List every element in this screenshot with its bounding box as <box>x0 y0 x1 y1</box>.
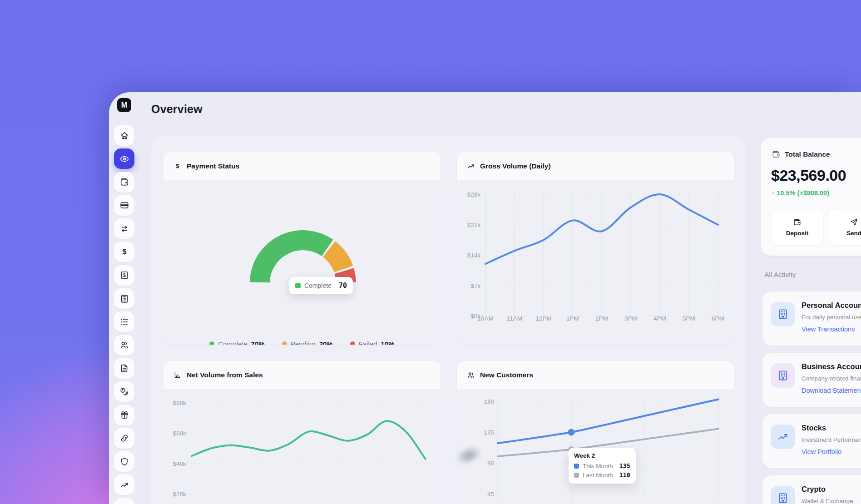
payment-status-card: $ Payment Status Complete 70 Complete 70… <box>163 152 440 345</box>
tooltip-series-value: 135 <box>619 462 630 469</box>
week-tooltip-row: This Month 135 <box>574 462 630 469</box>
app-logo-letter: M <box>121 101 127 109</box>
activity-card-business-account: Business AccountCompany-related finances… <box>762 353 861 407</box>
trending-up-icon <box>467 162 475 170</box>
activity-title: Business Account <box>802 362 861 371</box>
legend-dot <box>350 341 355 345</box>
y-axis-tick: $7k <box>457 282 480 289</box>
week-tooltip-row: Last Month 110 <box>574 471 630 479</box>
building-icon <box>771 363 795 388</box>
legend-dot <box>282 341 287 345</box>
x-axis-tick: 2PM <box>587 315 617 322</box>
card-title: Payment Status <box>187 162 239 170</box>
sidebar-item-gift[interactable] <box>114 405 134 425</box>
activity-link[interactable]: Download Statement <box>802 387 861 394</box>
card-title: Gross Volume (Daily) <box>480 162 551 170</box>
net-volume-chart[interactable]: $80k$60k$40k$20k <box>163 389 440 504</box>
y-axis-tick: $28k <box>457 191 480 198</box>
legend-value: 20% <box>319 340 333 345</box>
svg-text:$: $ <box>122 247 126 256</box>
sidebar-item-home[interactable] <box>114 125 134 146</box>
right-panel: Total Balance $23,569.00 ↑ 10.5% (+$908.… <box>761 0 861 504</box>
sidebar-item-document[interactable] <box>114 358 134 379</box>
new-customers-card: New Customers Week 2 This Month 135 Last… <box>457 361 734 504</box>
balance-amount: $23,569.00 <box>771 167 846 184</box>
sidebar-item-coins[interactable] <box>114 381 134 402</box>
sidebar-item-credit-card[interactable] <box>114 195 134 216</box>
coins-icon <box>119 387 129 397</box>
activity-title: Personal Account <box>802 301 861 310</box>
send-button[interactable]: Send <box>828 209 861 245</box>
card-title: New Customers <box>480 371 533 379</box>
send-button-label: Send <box>846 230 861 237</box>
transfer-icon <box>119 224 129 234</box>
legend-label: Complete <box>218 340 247 345</box>
sidebar-item-link[interactable] <box>114 428 134 449</box>
sidebar-item-eye[interactable] <box>114 148 134 169</box>
activity-title: Crypto <box>802 485 826 494</box>
gift-icon <box>119 410 129 420</box>
tooltip-series-value: 110 <box>619 471 630 479</box>
new-customers-chart[interactable]: Week 2 This Month 135 Last Month 110 180… <box>457 389 734 504</box>
all-activity-label: All Activity <box>764 271 796 279</box>
activity-subtitle: Wallet & Exchange <box>802 498 853 504</box>
legend-swatch <box>574 464 579 469</box>
y-axis-tick: 180 <box>467 398 494 405</box>
calculator-icon <box>119 294 129 304</box>
x-axis-tick: 3PM <box>616 315 646 322</box>
tooltip-series-label: This Month <box>583 463 613 469</box>
card-title: Net Volume from Sales <box>187 371 263 379</box>
building-icon <box>771 302 795 326</box>
deposit-button[interactable]: Deposit <box>772 209 823 245</box>
desktop-background: M Overview $$ $ Payment Status Complete … <box>0 0 861 504</box>
trending-icon <box>771 425 795 449</box>
card-header: Gross Volume (Daily) <box>457 152 734 180</box>
dashboard-window: M Overview $$ $ Payment Status Complete … <box>109 92 861 504</box>
legend-item: Pending 20% <box>282 340 333 345</box>
sidebar-item-trending[interactable] <box>114 474 134 495</box>
sidebar-item-receipt[interactable]: $ <box>114 265 134 286</box>
sidebar-item-transfer[interactable] <box>114 218 134 239</box>
line-chart-canvas <box>163 389 440 504</box>
dollar-icon: $ <box>119 247 129 257</box>
sidebar-item-users[interactable] <box>114 335 134 356</box>
activity-link[interactable]: View Transactions <box>802 326 855 333</box>
total-balance-label: Total Balance <box>785 150 830 158</box>
payment-status-chart[interactable]: Complete 70 Complete 70% Pending 20% <box>163 180 440 345</box>
activity-link[interactable]: View Portfolio <box>802 448 841 455</box>
eye-icon <box>119 154 129 164</box>
home-icon <box>119 131 129 141</box>
app-logo: M <box>117 98 131 112</box>
tooltip-series-label: Last Month <box>583 472 613 479</box>
y-axis-tick: $80k <box>163 400 186 406</box>
activity-card-crypto: CryptoWallet & Exchange <box>762 475 861 504</box>
y-axis-tick: $21k <box>457 222 480 228</box>
x-axis-tick: 6PM <box>703 315 733 322</box>
svg-text:$: $ <box>176 163 179 169</box>
gauge-tooltip: Complete 70 <box>289 277 353 294</box>
deposit-button-label: Deposit <box>786 230 809 237</box>
activity-card-stocks: StocksInvestment PerformanceView Portfol… <box>762 414 861 468</box>
gross-volume-chart[interactable]: $28k$21k$14k$7k$0k10AM11AM12PM1PM2PM3PM4… <box>457 180 734 345</box>
gauge-legend: Complete 70% Pending 20% Failed 10% <box>163 340 440 345</box>
sidebar-item-shield[interactable] <box>114 451 134 472</box>
sidebar-item-dollar[interactable]: $ <box>114 242 134 262</box>
sidebar-item-wallet[interactable] <box>114 172 134 193</box>
wallet-icon <box>793 218 802 227</box>
activity-title: Stocks <box>802 424 826 432</box>
svg-text:$: $ <box>123 272 126 278</box>
sidebar-item-calculator[interactable] <box>114 288 134 309</box>
gauge-tooltip-label: Complete <box>304 282 332 289</box>
sidebar-item-list[interactable] <box>114 311 134 332</box>
y-axis-tick: $60k <box>163 430 186 437</box>
line-chart-canvas <box>457 389 734 504</box>
legend-label: Pending <box>291 340 316 345</box>
y-axis-tick: $14k <box>457 252 480 259</box>
sidebar-item-device[interactable] <box>114 498 134 504</box>
x-axis-tick: 5PM <box>674 315 704 322</box>
legend-value: 10% <box>381 340 395 345</box>
wallet-icon <box>119 177 129 187</box>
y-axis-tick: $20k <box>163 491 186 498</box>
page-title: Overview <box>151 103 203 116</box>
balance-actions: Deposit Send <box>772 209 861 245</box>
